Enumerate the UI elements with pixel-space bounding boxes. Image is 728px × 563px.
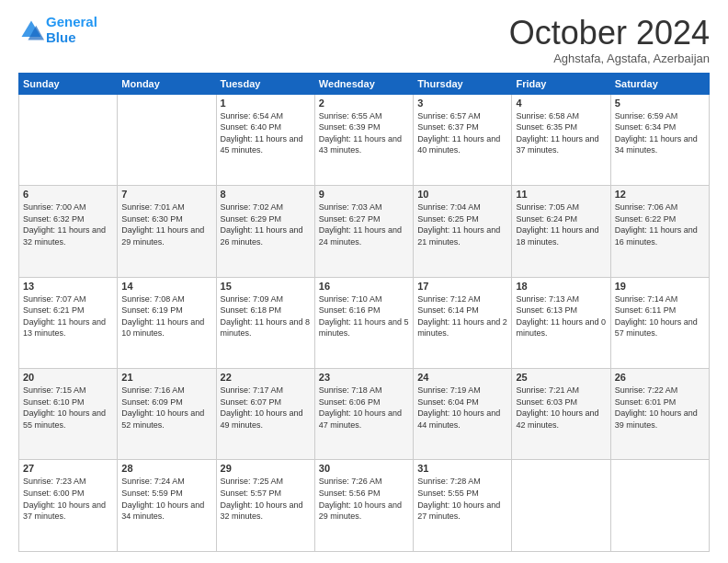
day-number: 11 [516,189,606,200]
cell-info: Sunrise: 6:55 AM Sunset: 6:39 PM Dayligh… [319,110,409,156]
cell-1-2 [118,94,216,185]
cell-2-7: 12Sunrise: 7:06 AM Sunset: 6:22 PM Dayli… [610,186,709,277]
day-number: 16 [319,281,409,292]
col-monday: Monday [118,73,216,94]
cell-info: Sunrise: 7:25 AM Sunset: 5:57 PM Dayligh… [221,476,311,522]
day-number: 1 [221,98,311,109]
cell-4-1: 20Sunrise: 7:15 AM Sunset: 6:10 PM Dayli… [19,369,118,460]
cell-3-1: 13Sunrise: 7:07 AM Sunset: 6:21 PM Dayli… [19,277,118,368]
title-block: October 2024 Aghstafa, Agstafa, Azerbaij… [509,15,710,65]
logo-line1: General [46,14,97,29]
day-number: 10 [417,189,507,200]
day-number: 26 [615,372,705,383]
week-row-2: 6Sunrise: 7:00 AM Sunset: 6:32 PM Daylig… [19,186,710,277]
day-number: 27 [23,463,113,474]
cell-info: Sunrise: 7:21 AM Sunset: 6:03 PM Dayligh… [516,385,606,431]
day-number: 31 [417,463,507,474]
cell-4-7: 26Sunrise: 7:22 AM Sunset: 6:01 PM Dayli… [610,369,709,460]
week-row-5: 27Sunrise: 7:23 AM Sunset: 6:00 PM Dayli… [19,460,710,552]
day-number: 6 [23,189,113,200]
day-number: 22 [221,372,311,383]
cell-info: Sunrise: 6:54 AM Sunset: 6:40 PM Dayligh… [221,110,311,156]
cell-5-7 [610,460,709,552]
cell-4-6: 25Sunrise: 7:21 AM Sunset: 6:03 PM Dayli… [512,369,610,460]
week-row-1: 1Sunrise: 6:54 AM Sunset: 6:40 PM Daylig… [19,94,710,185]
cell-1-3: 1Sunrise: 6:54 AM Sunset: 6:40 PM Daylig… [216,94,314,185]
cell-1-1 [19,94,118,185]
day-number: 21 [121,372,211,383]
day-number: 2 [319,98,409,109]
cell-info: Sunrise: 7:04 AM Sunset: 6:25 PM Dayligh… [417,201,507,247]
month-title: October 2024 [509,15,710,52]
col-friday: Friday [512,73,610,94]
cell-info: Sunrise: 7:02 AM Sunset: 6:29 PM Dayligh… [221,201,311,247]
cell-info: Sunrise: 7:08 AM Sunset: 6:19 PM Dayligh… [121,293,211,339]
day-number: 4 [516,98,606,109]
cell-1-5: 3Sunrise: 6:57 AM Sunset: 6:37 PM Daylig… [414,94,512,185]
cell-2-2: 7Sunrise: 7:01 AM Sunset: 6:30 PM Daylig… [118,186,216,277]
cell-2-3: 8Sunrise: 7:02 AM Sunset: 6:29 PM Daylig… [216,186,314,277]
cell-info: Sunrise: 7:06 AM Sunset: 6:22 PM Dayligh… [615,201,705,247]
day-number: 13 [23,281,113,292]
location: Aghstafa, Agstafa, Azerbaijan [509,52,710,65]
cell-info: Sunrise: 7:14 AM Sunset: 6:11 PM Dayligh… [615,293,705,339]
cell-5-1: 27Sunrise: 7:23 AM Sunset: 6:00 PM Dayli… [19,460,118,552]
cell-5-3: 29Sunrise: 7:25 AM Sunset: 5:57 PM Dayli… [216,460,314,552]
cell-info: Sunrise: 6:58 AM Sunset: 6:35 PM Dayligh… [516,110,606,156]
col-saturday: Saturday [610,73,709,94]
day-number: 15 [221,281,311,292]
cell-info: Sunrise: 7:28 AM Sunset: 5:55 PM Dayligh… [417,476,507,522]
cell-info: Sunrise: 7:22 AM Sunset: 6:01 PM Dayligh… [615,385,705,431]
day-number: 7 [121,189,211,200]
day-number: 17 [417,281,507,292]
cell-2-6: 11Sunrise: 7:05 AM Sunset: 6:24 PM Dayli… [512,186,610,277]
cell-info: Sunrise: 7:18 AM Sunset: 6:06 PM Dayligh… [319,385,409,431]
col-thursday: Thursday [414,73,512,94]
week-row-3: 13Sunrise: 7:07 AM Sunset: 6:21 PM Dayli… [19,277,710,368]
day-number: 9 [319,189,409,200]
calendar-table: Sunday Monday Tuesday Wednesday Thursday… [18,73,710,552]
day-number: 12 [615,189,705,200]
cell-info: Sunrise: 7:16 AM Sunset: 6:09 PM Dayligh… [121,385,211,431]
cell-4-2: 21Sunrise: 7:16 AM Sunset: 6:09 PM Dayli… [118,369,216,460]
cell-1-6: 4Sunrise: 6:58 AM Sunset: 6:35 PM Daylig… [512,94,610,185]
day-number: 29 [221,463,311,474]
cell-3-2: 14Sunrise: 7:08 AM Sunset: 6:19 PM Dayli… [118,277,216,368]
cell-1-7: 5Sunrise: 6:59 AM Sunset: 6:34 PM Daylig… [610,94,709,185]
cell-info: Sunrise: 6:59 AM Sunset: 6:34 PM Dayligh… [615,110,705,156]
cell-info: Sunrise: 7:24 AM Sunset: 5:59 PM Dayligh… [121,476,211,522]
col-tuesday: Tuesday [216,73,314,94]
cell-info: Sunrise: 7:07 AM Sunset: 6:21 PM Dayligh… [23,293,113,339]
page: General Blue October 2024 Aghstafa, Agst… [0,0,728,563]
cell-5-5: 31Sunrise: 7:28 AM Sunset: 5:55 PM Dayli… [414,460,512,552]
cell-4-5: 24Sunrise: 7:19 AM Sunset: 6:04 PM Dayli… [414,369,512,460]
cell-info: Sunrise: 7:10 AM Sunset: 6:16 PM Dayligh… [319,293,409,339]
cell-info: Sunrise: 7:00 AM Sunset: 6:32 PM Dayligh… [23,201,113,247]
cell-2-1: 6Sunrise: 7:00 AM Sunset: 6:32 PM Daylig… [19,186,118,277]
cell-5-6 [512,460,610,552]
day-number: 20 [23,372,113,383]
header-row: Sunday Monday Tuesday Wednesday Thursday… [19,73,710,94]
week-row-4: 20Sunrise: 7:15 AM Sunset: 6:10 PM Dayli… [19,369,710,460]
cell-info: Sunrise: 7:15 AM Sunset: 6:10 PM Dayligh… [23,385,113,431]
cell-5-4: 30Sunrise: 7:26 AM Sunset: 5:56 PM Dayli… [314,460,413,552]
day-number: 30 [319,463,409,474]
cell-3-7: 19Sunrise: 7:14 AM Sunset: 6:11 PM Dayli… [610,277,709,368]
day-number: 14 [121,281,211,292]
day-number: 18 [516,281,606,292]
cell-3-5: 17Sunrise: 7:12 AM Sunset: 6:14 PM Dayli… [414,277,512,368]
cell-4-4: 23Sunrise: 7:18 AM Sunset: 6:06 PM Dayli… [314,369,413,460]
day-number: 23 [319,372,409,383]
cell-info: Sunrise: 7:19 AM Sunset: 6:04 PM Dayligh… [417,385,507,431]
cell-info: Sunrise: 7:13 AM Sunset: 6:13 PM Dayligh… [516,293,606,339]
cell-1-4: 2Sunrise: 6:55 AM Sunset: 6:39 PM Daylig… [314,94,413,185]
day-number: 3 [417,98,507,109]
cell-3-6: 18Sunrise: 7:13 AM Sunset: 6:13 PM Dayli… [512,277,610,368]
cell-4-3: 22Sunrise: 7:17 AM Sunset: 6:07 PM Dayli… [216,369,314,460]
cell-info: Sunrise: 7:03 AM Sunset: 6:27 PM Dayligh… [319,201,409,247]
cell-3-3: 15Sunrise: 7:09 AM Sunset: 6:18 PM Dayli… [216,277,314,368]
day-number: 28 [121,463,211,474]
day-number: 24 [417,372,507,383]
calendar: Sunday Monday Tuesday Wednesday Thursday… [18,73,710,552]
cell-info: Sunrise: 7:17 AM Sunset: 6:07 PM Dayligh… [221,385,311,431]
